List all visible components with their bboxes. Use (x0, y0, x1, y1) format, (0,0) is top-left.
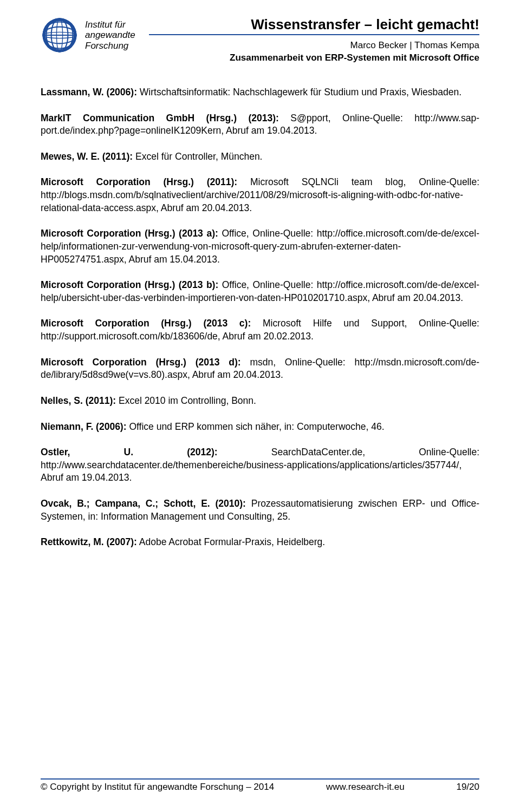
reference-entry: Niemann, F. (2006): Office und ERP komme… (41, 421, 479, 434)
reference-entry: Mewes, W. E. (2011): Excel für Controlle… (41, 150, 479, 163)
institute-logo-block: Institut für angewandte Forschung (41, 16, 135, 54)
reference-label: Microsoft Corporation (Hrsg.) (2013 d): (41, 357, 241, 368)
reference-entry: Ovcak, B.; Campana, C.; Schott, E. (2010… (41, 497, 479, 523)
page-footer: © Copyright by Institut für angewandte F… (41, 778, 479, 793)
reference-label: Microsoft Corporation (Hrsg.) (2011): (41, 176, 237, 187)
reference-label: Microsoft Corporation (Hrsg.) (2013 b): (41, 279, 218, 290)
page-subheader: Marco Becker | Thomas Kempa Zusammenarbe… (149, 40, 479, 64)
reference-label: Niemann, F. (2006): (41, 421, 127, 432)
reference-text: Excel für Controller, München. (133, 151, 262, 162)
footer-page: 19/20 (456, 782, 479, 793)
reference-entry: MarkIT Communication GmbH (Hrsg.) (2013)… (41, 112, 479, 137)
reference-entry: Ostler, U. (2012): SearchDataCenter.de, … (41, 446, 479, 484)
reference-entry: Microsoft Corporation (Hrsg.) (2011): Mi… (41, 176, 479, 214)
reference-label: Microsoft Corporation (Hrsg.) (2013 c): (41, 318, 251, 329)
institute-name: Institut für angewandte Forschung (85, 19, 135, 51)
reference-label: Lassmann, W. (2006): (41, 87, 137, 97)
reference-label: Nelles, S. (2011): (41, 395, 116, 406)
reference-entry: Nelles, S. (2011): Excel 2010 im Control… (41, 395, 479, 408)
institute-line-1: Institut für (85, 19, 135, 30)
reference-entry: Lassmann, W. (2006): Wirtschaftsinformat… (41, 86, 479, 99)
reference-entry: Microsoft Corporation (Hrsg.) (2013 d): … (41, 356, 479, 382)
reference-text: Wirtschaftsinformatik: Nachschlagewerk f… (137, 87, 461, 97)
references-list: Lassmann, W. (2006): Wirtschaftsinformat… (41, 86, 479, 549)
reference-text: Excel 2010 im Controlling, Bonn. (116, 395, 256, 406)
reference-text: Office und ERP kommen sich näher, in: Co… (127, 421, 385, 432)
page-title: Wissenstransfer – leicht gemacht! (149, 16, 479, 35)
reference-entry: Rettkowitz, M. (2007): Adobe Acrobat For… (41, 536, 479, 549)
reference-label: MarkIT Communication GmbH (Hrsg.) (2013)… (41, 113, 279, 123)
institute-line-2: angewandte (85, 30, 135, 41)
reference-label: Microsoft Corporation (Hrsg.) (2013 a): (41, 228, 218, 239)
globe-icon (41, 16, 79, 54)
reference-label: Rettkowitz, M. (2007): (41, 536, 137, 547)
reference-label: Ovcak, B.; Campana, C.; Schott, E. (2010… (41, 498, 246, 509)
authors-line: Marco Becker | Thomas Kempa (149, 40, 479, 52)
subtitle-line: Zusammenarbeit von ERP-Systemen mit Micr… (149, 52, 479, 64)
reference-label: Ostler, U. (2012): (41, 447, 218, 457)
reference-text: Adobe Acrobat Formular-Praxis, Heidelber… (137, 536, 325, 547)
reference-label: Mewes, W. E. (2011): (41, 151, 133, 162)
institute-line-3: Forschung (85, 41, 135, 51)
reference-entry: Microsoft Corporation (Hrsg.) (2013 a): … (41, 227, 479, 266)
footer-copyright: © Copyright by Institut für angewandte F… (41, 782, 274, 793)
reference-entry: Microsoft Corporation (Hrsg.) (2013 c): … (41, 317, 479, 343)
footer-url: www.research-it.eu (326, 782, 405, 793)
page-header: Institut für angewandte Forschung Wissen… (41, 16, 479, 64)
reference-entry: Microsoft Corporation (Hrsg.) (2013 b): … (41, 279, 479, 304)
